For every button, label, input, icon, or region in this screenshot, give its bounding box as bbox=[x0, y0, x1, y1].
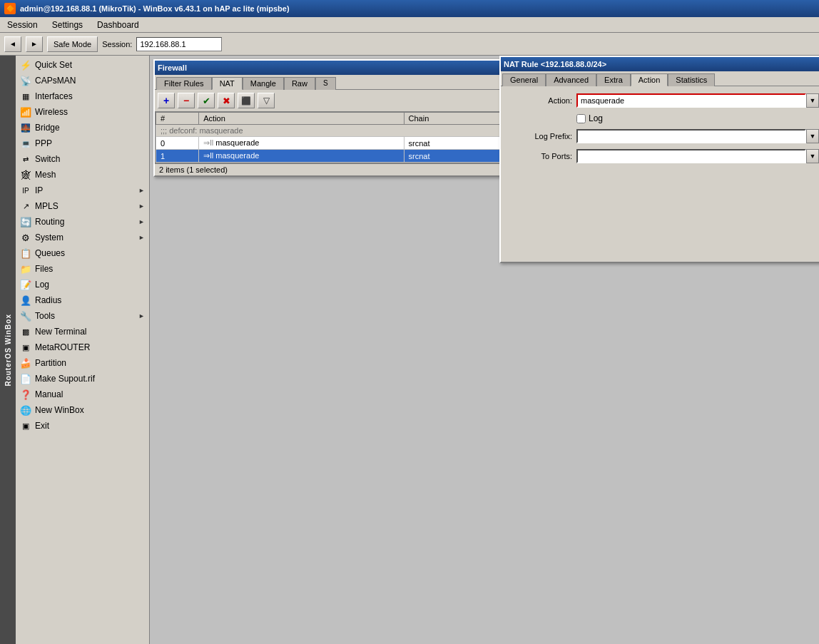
tab-general[interactable]: General bbox=[502, 73, 546, 86]
row-action-1: ⇒ll masquerade bbox=[199, 150, 404, 163]
action-value-1: masquerade bbox=[215, 151, 259, 160]
table-row[interactable]: 0 ⇒ll masquerade srcnat bbox=[156, 137, 501, 150]
sidebar-item-quick-set[interactable]: ⚡ Quick Set bbox=[16, 57, 149, 73]
sidebar-item-mesh[interactable]: 🕸 Mesh bbox=[16, 167, 149, 183]
sidebar-item-metarouter[interactable]: ▣ MetaROUTER bbox=[16, 339, 149, 355]
log-prefix-input[interactable] bbox=[576, 129, 806, 143]
back-button[interactable]: ◄ bbox=[4, 36, 21, 52]
sidebar-label-ppp: PPP bbox=[35, 138, 52, 148]
table-container: # Action Chain ;;; defconf: masquerade 0 bbox=[155, 112, 502, 163]
menu-dashboard[interactable]: Dashboard bbox=[94, 19, 142, 31]
safe-mode-button[interactable]: Safe Mode bbox=[47, 36, 98, 52]
switch-icon: ⇄ bbox=[20, 153, 31, 165]
cross-icon: ✖ bbox=[223, 96, 230, 106]
disable-button[interactable]: ✖ bbox=[218, 93, 235, 108]
ppp-icon: 💻 bbox=[20, 138, 31, 149]
ip-arrow-icon: ► bbox=[138, 187, 145, 194]
log-row: Log bbox=[576, 113, 819, 123]
sidebar-label-tools: Tools bbox=[35, 311, 55, 321]
col-chain: Chain bbox=[404, 113, 500, 125]
status-bar: 2 items (1 selected) bbox=[155, 163, 502, 175]
sidebar-item-routing[interactable]: 🔄 Routing ► bbox=[16, 214, 149, 230]
log-label: Log bbox=[589, 113, 603, 123]
sidebar-item-make-supout[interactable]: 📄 Make Supout.rif bbox=[16, 371, 149, 387]
radius-icon: 👤 bbox=[20, 295, 31, 306]
table-row-selected[interactable]: 1 ⇒ll masquerade srcnat bbox=[156, 150, 501, 163]
sidebar-item-new-terminal[interactable]: ▩ New Terminal bbox=[16, 324, 149, 339]
menu-session[interactable]: Session bbox=[4, 19, 41, 31]
sidebar-item-ip[interactable]: IP IP ► bbox=[16, 183, 149, 198]
session-input[interactable] bbox=[136, 37, 222, 51]
sidebar-label-queues: Queues bbox=[35, 248, 65, 258]
sidebar-label-routing: Routing bbox=[35, 217, 64, 227]
defconf-row[interactable]: ;;; defconf: masquerade bbox=[156, 125, 501, 137]
sidebar-item-tools[interactable]: 🔧 Tools ► bbox=[16, 308, 149, 324]
tab-filter-rules[interactable]: Filter Rules bbox=[156, 77, 212, 90]
system-arrow-icon: ► bbox=[138, 234, 145, 241]
action-dropdown-wrapper: ▼ bbox=[576, 93, 819, 108]
enable-button[interactable]: ✔ bbox=[198, 93, 215, 108]
sidebar-item-exit[interactable]: ▣ Exit bbox=[16, 418, 149, 434]
tab-mangle[interactable]: Mangle bbox=[243, 77, 284, 90]
tab-nat[interactable]: NAT bbox=[212, 77, 243, 90]
tab-raw[interactable]: Raw bbox=[284, 77, 315, 90]
wireless-icon: 📶 bbox=[20, 106, 31, 118]
move-button[interactable]: ⬛ bbox=[238, 93, 255, 108]
log-prefix-dropdown-btn[interactable]: ▼ bbox=[806, 129, 819, 143]
remove-button[interactable]: − bbox=[178, 93, 195, 108]
filter-button[interactable]: ▽ bbox=[258, 93, 275, 108]
sidebar-item-system[interactable]: ⚙ System ► bbox=[16, 230, 149, 245]
sidebar-item-capsman[interactable]: 📡 CAPsMAN bbox=[16, 73, 149, 88]
sidebar-item-manual[interactable]: ❓ Manual bbox=[16, 387, 149, 402]
tab-extra[interactable]: Extra bbox=[596, 73, 631, 86]
sidebar-label-files: Files bbox=[35, 264, 53, 274]
sidebar-label-system: System bbox=[35, 232, 63, 242]
sidebar-item-partition[interactable]: 🍰 Partition bbox=[16, 355, 149, 371]
nat-window: NAT Rule <192.168.88.0/24> □ ✕ General A… bbox=[499, 56, 819, 263]
sidebar-label-new-winbox: New WinBox bbox=[35, 405, 84, 415]
sidebar-brand: RouterOS WinBox bbox=[0, 56, 16, 644]
sidebar-item-radius[interactable]: 👤 Radius bbox=[16, 292, 149, 308]
add-icon: + bbox=[163, 95, 169, 106]
nat-title: NAT Rule <192.168.88.0/24> bbox=[504, 60, 606, 68]
tab-advanced[interactable]: Advanced bbox=[546, 73, 596, 86]
sidebar-label-wireless: Wireless bbox=[35, 107, 68, 117]
add-button[interactable]: + bbox=[158, 93, 175, 108]
sidebar-item-new-winbox[interactable]: 🌐 New WinBox bbox=[16, 402, 149, 418]
brand-text: RouterOS WinBox bbox=[4, 314, 12, 387]
tab-action[interactable]: Action bbox=[631, 73, 668, 86]
nat-form: Action: ▼ Log Log Prefix: bbox=[501, 86, 819, 262]
firewall-titlebar: Firewall bbox=[155, 61, 502, 75]
sidebar-item-switch[interactable]: ⇄ Switch bbox=[16, 151, 149, 167]
manual-icon: ❓ bbox=[20, 389, 31, 400]
sidebar-label-switch: Switch bbox=[35, 154, 60, 164]
sidebar-item-ppp[interactable]: 💻 PPP bbox=[16, 136, 149, 151]
log-checkbox[interactable] bbox=[576, 114, 586, 123]
sidebar-item-log[interactable]: 📝 Log bbox=[16, 277, 149, 292]
to-ports-input[interactable] bbox=[576, 149, 806, 163]
sidebar-item-files[interactable]: 📁 Files bbox=[16, 261, 149, 277]
queues-icon: 📋 bbox=[20, 247, 31, 259]
row-num-0: 0 bbox=[156, 137, 199, 150]
sidebar-label-bridge: Bridge bbox=[35, 123, 60, 133]
sidebar-item-wireless[interactable]: 📶 Wireless bbox=[16, 104, 149, 120]
title-bar: 🔶 admin@192.168.88.1 (MikroTik) - WinBox… bbox=[0, 0, 819, 17]
action-dropdown-btn[interactable]: ▼ bbox=[806, 93, 819, 108]
make-supout-icon: 📄 bbox=[20, 373, 31, 384]
action-label: Action: bbox=[508, 96, 572, 105]
firewall-tabs: Filter Rules NAT Mangle Raw S bbox=[155, 75, 502, 90]
tools-icon: 🔧 bbox=[20, 310, 31, 322]
forward-button[interactable]: ► bbox=[26, 36, 43, 52]
tab-statistics[interactable]: Statistics bbox=[668, 73, 715, 86]
tab-service-ports[interactable]: S bbox=[315, 77, 336, 90]
sidebar-item-bridge[interactable]: 🌉 Bridge bbox=[16, 120, 149, 136]
to-ports-dropdown-btn[interactable]: ▼ bbox=[806, 149, 819, 163]
menu-settings[interactable]: Settings bbox=[49, 19, 86, 31]
action-input[interactable] bbox=[576, 93, 806, 108]
row-num-1: 1 bbox=[156, 150, 199, 163]
sidebar-item-queues[interactable]: 📋 Queues bbox=[16, 245, 149, 261]
sidebar-item-interfaces[interactable]: ▦ Interfaces bbox=[16, 88, 149, 104]
sidebar-content: ⚡ Quick Set 📡 CAPsMAN ▦ Interfaces 📶 bbox=[16, 56, 149, 435]
content-area: Firewall Filter Rules NAT Mangle Raw S +… bbox=[150, 56, 819, 644]
sidebar-item-mpls[interactable]: ↗ MPLS ► bbox=[16, 198, 149, 214]
